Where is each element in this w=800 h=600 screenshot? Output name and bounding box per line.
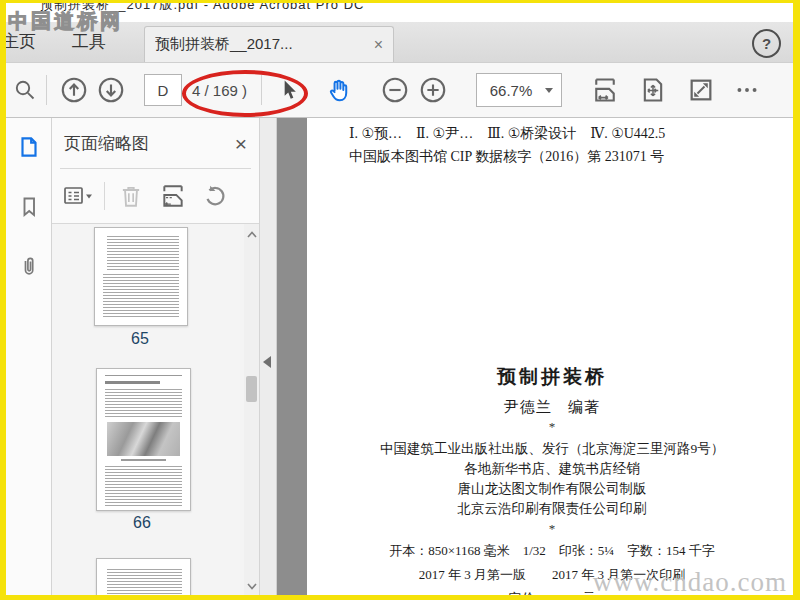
app-window: 预制拼装桥__2017版.pdf - Adobe Acrobat Pro DC …: [6, 3, 793, 595]
scroll-down-button[interactable]: [244, 578, 259, 594]
distribution-line: 各地新华书店、建筑书店经销: [317, 459, 787, 479]
pointer-icon: [276, 77, 302, 103]
thumbnail-text-lines: [105, 389, 182, 417]
price-label: 定价：: [508, 591, 549, 595]
panel-toolbar: [52, 169, 259, 223]
previous-page-button[interactable]: [57, 71, 91, 109]
more-tools-button[interactable]: [730, 71, 764, 109]
toolbar-divider: [46, 75, 47, 105]
hand-tool-button[interactable]: [322, 71, 356, 109]
fullscreen-icon: [687, 76, 715, 104]
fit-page-icon: [639, 76, 667, 104]
select-tool-button[interactable]: [272, 71, 306, 109]
close-panel-icon[interactable]: ×: [235, 133, 247, 154]
crop-pages-icon: [159, 183, 187, 209]
price-unit: 元: [579, 591, 596, 595]
tab-document[interactable]: 预制拼装桥__2017... ×: [144, 26, 394, 62]
tab-bar: 主页 工具 预制拼装桥__2017... × ?: [6, 22, 793, 63]
ellipsis-icon: [734, 77, 760, 103]
page-thumbnails-panel: 页面缩略图 ×: [52, 118, 260, 595]
zoom-level-select[interactable]: 66.7%: [476, 73, 562, 107]
thumbnail-options-button[interactable]: [62, 180, 94, 212]
help-button[interactable]: ?: [752, 29, 781, 58]
book-author: 尹德兰 编著: [317, 398, 787, 417]
page-thumbnails-icon: [16, 134, 42, 160]
thumbnail-text-lines: [107, 236, 179, 270]
bookmarks-tab[interactable]: [14, 192, 44, 222]
fit-page-button[interactable]: [636, 71, 670, 109]
thumbnail-page-65[interactable]: [94, 227, 188, 326]
window-titlebar: 预制拼装桥__2017版.pdf - Adobe Acrobat Pro DC: [6, 3, 793, 22]
scroll-up-button[interactable]: [244, 226, 259, 242]
thumbnail-header-rule: [105, 375, 182, 376]
page-count-label: 4 / 169 ): [192, 82, 247, 99]
question-icon: ?: [762, 35, 771, 52]
edition-line: 2017 年 3 月第一版 2017 年 3 月第一次印刷: [317, 566, 787, 584]
attachments-tab[interactable]: [14, 252, 44, 282]
price-value: 22.00: [549, 591, 579, 595]
panel-scrollbar[interactable]: [244, 224, 259, 595]
thumbnail-heading: [105, 381, 160, 384]
cip-block: Ⅰ. ①预… Ⅱ. ①尹… Ⅲ. ①桥梁设计 Ⅳ. ①U442.5 中国版本图书…: [307, 118, 793, 166]
zoom-level-value: 66.7%: [477, 82, 545, 99]
page-number-input[interactable]: [144, 74, 182, 106]
thumbnail-bridge-photo: [107, 422, 180, 456]
panel-splitter[interactable]: [260, 118, 277, 595]
hand-icon: [325, 76, 353, 104]
thumbnail-text-lines: [107, 569, 182, 595]
pdf-page: Ⅰ. ①预… Ⅱ. ①尹… Ⅲ. ①桥梁设计 Ⅳ. ①U442.5 中国版本图书…: [307, 118, 793, 595]
fit-width-icon: [591, 76, 619, 104]
main-toolbar: 4 / 169 ) 66.7%: [6, 63, 793, 118]
thumbnail-page-label: 65: [94, 330, 186, 348]
scrolling-mode-button[interactable]: [588, 71, 622, 109]
panel-header: 页面缩略图 ×: [52, 118, 259, 168]
resize-pages-button[interactable]: [157, 180, 189, 212]
format-specs-line: 开本：850×1168 毫米 1/32 印张：5¼ 字数：154 千字: [317, 542, 787, 560]
document-tab-label: 预制拼装桥__2017...: [155, 35, 366, 54]
panel-title: 页面缩略图: [64, 132, 235, 155]
book-title: 预制拼装桥: [317, 364, 787, 390]
thumbnail-page-label: 66: [96, 514, 188, 532]
thumbnail-text-lines: [105, 466, 182, 506]
close-tab-icon[interactable]: ×: [374, 37, 383, 53]
page-thumbnails-tab[interactable]: [14, 132, 44, 162]
next-page-button[interactable]: [94, 71, 128, 109]
arrow-up-icon: [59, 75, 89, 105]
delete-pages-button[interactable]: [115, 180, 147, 212]
document-viewport[interactable]: Ⅰ. ①预… Ⅱ. ①尹… Ⅲ. ①桥梁设计 Ⅳ. ①U442.5 中国版本图书…: [277, 118, 793, 595]
separator-star: *: [317, 521, 787, 537]
zoom-out-button[interactable]: [378, 71, 412, 109]
window-title: 预制拼装桥__2017版.pdf - Adobe Acrobat Pro DC: [40, 3, 793, 14]
publisher-line: 中国建筑工业出版社出版、发行（北京海淀三里河路9号）: [317, 439, 787, 459]
plus-circle-icon: [418, 75, 448, 105]
toolbar-divider: [261, 75, 262, 105]
rotate-pages-button[interactable]: [199, 180, 231, 212]
bookmark-icon: [17, 195, 41, 219]
search-icon: [13, 78, 37, 102]
cip-record-line: 中国版本图书馆 CIP 数据核字（2016）第 231071 号: [349, 148, 793, 166]
options-icon: [63, 184, 93, 208]
cip-classification-line: Ⅰ. ①预… Ⅱ. ①尹… Ⅲ. ①桥梁设计 Ⅳ. ①U442.5: [349, 125, 793, 143]
collapse-panel-icon[interactable]: [263, 356, 271, 368]
trash-icon: [118, 183, 144, 209]
colophon-block: 预制拼装桥 尹德兰 编著 * 中国建筑工业出版社出版、发行（北京海淀三里河路9号…: [317, 364, 787, 595]
main-area: 页面缩略图 ×: [6, 118, 793, 595]
find-button[interactable]: [8, 71, 42, 109]
tab-home[interactable]: 主页: [6, 22, 46, 62]
fullscreen-button[interactable]: [684, 71, 718, 109]
thumbnail-page-67[interactable]: [96, 558, 191, 595]
printer-line: 北京云浩印刷有限责任公司印刷: [317, 499, 787, 519]
thumbnail-page-66[interactable]: [96, 368, 191, 511]
tab-tools[interactable]: 工具: [62, 22, 116, 62]
divider: [104, 182, 105, 210]
minus-circle-icon: [380, 75, 410, 105]
chevron-down-icon: [247, 583, 257, 590]
zoom-in-button[interactable]: [416, 71, 450, 109]
navigation-pane-strip: [6, 118, 52, 595]
paperclip-icon: [17, 255, 41, 279]
separator-star: *: [317, 419, 787, 435]
scrollbar-thumb[interactable]: [246, 376, 257, 402]
thumbnail-list: 65 66: [52, 224, 259, 595]
price-line: 定价：22.00 元: [317, 590, 787, 595]
plate-maker-line: 唐山龙达图文制作有限公司制版: [317, 479, 787, 499]
